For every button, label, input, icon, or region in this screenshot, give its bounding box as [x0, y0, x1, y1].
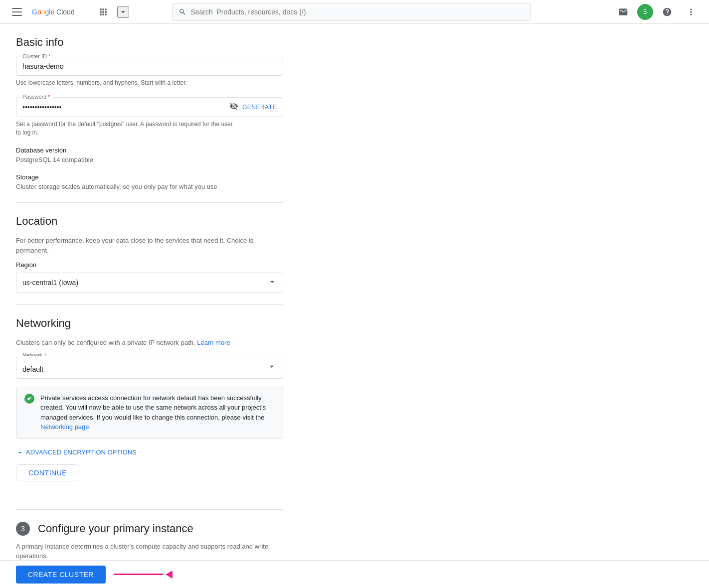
networking-learn-more-link[interactable]: Learn more	[197, 339, 230, 346]
step3-header: 3 Configure your primary instance	[16, 522, 283, 536]
network-group: Network * default	[16, 356, 283, 439]
continue-button[interactable]: CONTINUE	[16, 464, 79, 481]
search-icon	[178, 8, 186, 16]
google-cloud-logo[interactable]: Google Cloud	[32, 7, 89, 16]
storage-label: Storage	[16, 173, 283, 181]
success-icon	[24, 394, 34, 404]
cluster-id-group: Cluster ID * Use lowercase letters, numb…	[16, 57, 283, 87]
bottom-bar: CREATE CLUSTER	[0, 560, 709, 588]
email-icon	[618, 7, 628, 17]
storage-group: Storage Cluster storage scales automatic…	[16, 173, 283, 190]
success-text: Private services access connection for n…	[40, 393, 275, 432]
search-bar[interactable]	[172, 3, 531, 21]
networking-page-link[interactable]: Networking page	[40, 423, 89, 431]
form-content: Basic info Cluster ID * Use lowercase le…	[0, 24, 299, 588]
basic-info-title: Basic info	[16, 36, 283, 49]
cluster-id-label: Cluster ID *	[20, 53, 52, 59]
hamburger-icon	[12, 6, 24, 18]
location-description: For better performance, keep your data c…	[16, 236, 283, 255]
user-avatar[interactable]: 5	[637, 4, 653, 20]
network-select-wrapper: default	[16, 356, 283, 378]
password-row: GENERATE	[22, 102, 277, 113]
nav-left: Google Cloud	[8, 2, 129, 22]
success-message-box: Private services access connection for n…	[16, 387, 283, 439]
more-vert-icon	[686, 7, 696, 17]
step3-description: A primary instance determines a cluster'…	[16, 542, 283, 561]
step3-title: Configure your primary instance	[38, 522, 193, 535]
chevron-down-icon	[16, 448, 24, 456]
search-input[interactable]	[190, 8, 525, 16]
cluster-id-hint: Use lowercase letters, numbers, and hyph…	[16, 79, 283, 87]
more-button[interactable]	[681, 2, 701, 22]
generate-button[interactable]: GENERATE	[242, 104, 277, 111]
success-network-name: default	[177, 394, 196, 402]
section-divider-1	[16, 202, 283, 203]
google-cloud-svg: Google Cloud	[32, 7, 89, 16]
advanced-encryption-toggle[interactable]: ADVANCED ENCRYPTION OPTIONS	[16, 448, 283, 456]
help-icon	[662, 7, 672, 17]
arrow-line	[114, 574, 164, 575]
region-label: Region	[16, 261, 283, 269]
region-group: Region us-central1 (Iowa) us-east1 (Sout…	[16, 261, 283, 293]
create-cluster-button[interactable]: CREATE CLUSTER	[16, 566, 106, 584]
location-title: Location	[16, 215, 283, 228]
apps-button[interactable]	[93, 2, 113, 22]
password-group: Password * GENERATE Set	[16, 97, 283, 137]
region-select[interactable]: us-central1 (Iowa) us-east1 (South Carol…	[16, 273, 283, 293]
section-divider-3	[16, 509, 283, 510]
cluster-id-field[interactable]: Cluster ID *	[16, 57, 283, 76]
db-version-value: PostgreSQL 14 compatible	[16, 156, 283, 163]
cluster-id-input[interactable]	[22, 61, 277, 71]
password-hint: Set a password for the default "postgres…	[16, 120, 283, 137]
password-label: Password *	[20, 94, 52, 100]
nav-right: 5	[613, 2, 701, 22]
email-button[interactable]	[613, 2, 633, 22]
toggle-password-icon[interactable]	[229, 102, 238, 113]
networking-description: Clusters can only be configured with a p…	[16, 338, 283, 348]
step3-number: 3	[16, 522, 30, 536]
hamburger-button[interactable]	[8, 2, 28, 22]
storage-value: Cluster storage scales automatically, so…	[16, 183, 283, 190]
network-field: Network * default	[16, 356, 283, 379]
arrow-head	[166, 571, 173, 579]
main-content: Basic info Cluster ID * Use lowercase le…	[0, 0, 709, 588]
password-field[interactable]: Password * GENERATE	[16, 97, 283, 117]
password-input[interactable]	[22, 102, 229, 112]
help-button[interactable]	[657, 2, 677, 22]
pink-arrow-indicator	[114, 571, 173, 579]
svg-text:Google Cloud: Google Cloud	[32, 8, 75, 16]
chevron-down-icon	[118, 7, 128, 17]
network-select[interactable]: default	[16, 356, 283, 378]
password-actions: GENERATE	[229, 102, 277, 113]
checkmark-icon	[26, 396, 32, 402]
region-select-wrapper: us-central1 (Iowa) us-east1 (South Carol…	[16, 273, 283, 293]
section-divider-2	[16, 304, 283, 305]
networking-title: Networking	[16, 317, 283, 330]
db-version-label: Database version	[16, 147, 283, 154]
project-dropdown[interactable]	[117, 6, 129, 18]
apps-icon	[98, 7, 108, 17]
db-version-group: Database version PostgreSQL 14 compatibl…	[16, 147, 283, 163]
topnav: Google Cloud 5	[0, 0, 709, 24]
